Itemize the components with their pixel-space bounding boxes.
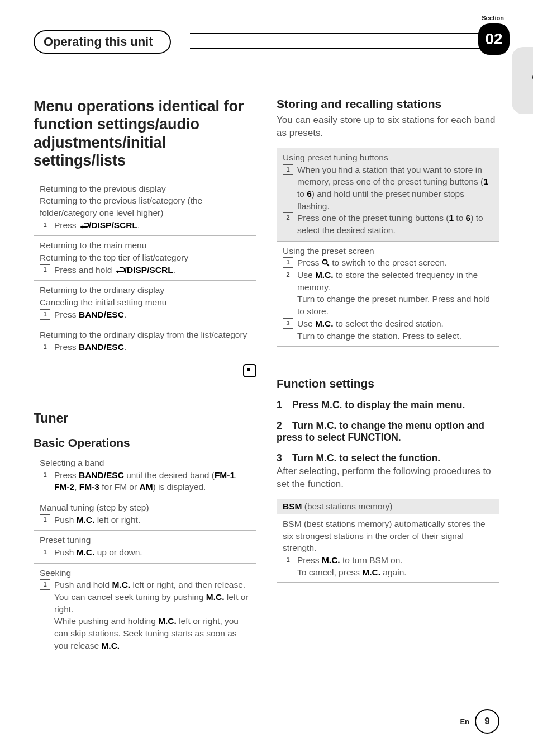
bo-seg-preset: Preset tuning 1 Push M.C. up or down.	[34, 530, 256, 563]
step-number: 1	[40, 514, 50, 525]
bsm-body: BSM (best stations memory) automatically…	[277, 514, 499, 582]
return-icon	[115, 265, 125, 273]
key: /DISP/SCRL	[125, 265, 173, 275]
step-number: 2	[283, 212, 293, 223]
after-select-text: After selecting, perform the following p…	[277, 465, 499, 491]
text: Returning to the ordinary display from t…	[40, 329, 250, 341]
key: FM-2	[54, 482, 74, 492]
text: again.	[380, 568, 407, 577]
key: 1	[449, 213, 454, 223]
section-label: Section	[482, 15, 504, 21]
step-number: 1	[40, 470, 50, 480]
key: 6	[466, 213, 471, 223]
text: to switch to the preset screen.	[332, 258, 447, 267]
key: 6	[307, 189, 312, 199]
text: .	[124, 342, 126, 352]
menu-ops-heading: Menu operations identical for function s…	[34, 97, 256, 170]
text: Returning to the top tier of list/catego…	[40, 252, 250, 264]
key: M.C.	[362, 568, 380, 577]
text: Press	[297, 555, 322, 565]
text: Using preset tuning buttons	[283, 152, 493, 164]
text: Press one of the preset tuning buttons (	[297, 213, 449, 223]
menu-seg-2: Returning to the main menu Returning to …	[34, 235, 256, 280]
bsm-subtitle: (best stations memory)	[302, 502, 392, 511]
key: BAND/ESC	[79, 310, 124, 319]
key: M.C.	[315, 270, 334, 280]
text: Manual tuning (step by step)	[40, 502, 250, 514]
text: .	[173, 265, 175, 275]
text: ) and hold until the preset number stops…	[297, 189, 464, 211]
step-text: Press M.C. to display the main menu.	[292, 399, 465, 410]
text: to	[454, 213, 466, 223]
storing-heading: Storing and recalling stations	[277, 97, 499, 111]
key: M.C.	[206, 592, 225, 602]
text: to	[297, 189, 307, 199]
tuner-heading: Tuner	[34, 411, 256, 426]
step: 2 Use M.C. to store the selected frequen…	[283, 269, 493, 293]
text: Press	[54, 470, 79, 480]
text: ,	[235, 470, 237, 480]
text: Returning to the previous list/category …	[40, 195, 250, 219]
note: While pushing and holding M.C. left or r…	[40, 615, 250, 651]
bsm-panel: BSM (best stations memory) BSM (best sta…	[277, 499, 499, 582]
search-icon	[322, 258, 330, 266]
key: BAND/ESC	[79, 470, 124, 480]
header-title-pill: Operating this unit	[34, 30, 171, 54]
step-number: 3	[283, 318, 293, 329]
right-column: Storing and recalling stations You can e…	[277, 97, 499, 660]
footer-lang: En	[460, 717, 469, 726]
text: for FM or	[99, 482, 139, 492]
key: 1	[483, 177, 488, 186]
text: Turn to change the preset number. Press …	[297, 294, 490, 316]
step-num: 1	[277, 399, 292, 411]
step-number: 1	[40, 220, 50, 230]
text: to turn BSM on.	[340, 555, 403, 565]
page-footer: En 9	[460, 709, 499, 734]
step-number: 1	[283, 164, 293, 175]
step: 1 Press to switch to the preset screen.	[283, 257, 493, 269]
return-icon	[79, 220, 89, 228]
chapter-badge: 02	[478, 23, 510, 55]
step-3: 3Turn M.C. to select the function.	[277, 452, 499, 464]
text: ,	[74, 482, 79, 492]
text: Returning to the main menu	[40, 239, 250, 252]
step-1: 1Press M.C. to display the main menu.	[277, 399, 499, 411]
step-number: 2	[283, 270, 293, 280]
menu-ops-panel: Returning to the previous display Return…	[34, 179, 256, 358]
step: 1 Press and hold /DISP/SCRL.	[40, 264, 250, 276]
text: Press and hold	[54, 265, 115, 275]
preset-seg-buttons: Using preset tuning buttons 1 When you f…	[277, 148, 499, 241]
key: FM-1	[215, 470, 235, 480]
text: You can cancel seek tuning by pushing	[54, 592, 206, 602]
key: M.C.	[158, 616, 177, 626]
key: M.C.	[315, 319, 334, 328]
menu-seg-3: Returning to the ordinary display Cancel…	[34, 280, 256, 325]
text: Press	[54, 310, 79, 319]
section-end-icon	[243, 364, 256, 377]
page-number: 9	[475, 709, 499, 734]
text: Preset tuning	[40, 534, 250, 546]
text: Use	[297, 270, 315, 280]
text: .	[124, 310, 126, 319]
key: M.C.	[101, 641, 120, 650]
step: 1 Press M.C. to turn BSM on.	[283, 554, 493, 566]
text: Push	[54, 515, 77, 525]
note: Turn to change the station. Press to sel…	[283, 330, 493, 342]
key: BAND/ESC	[79, 342, 124, 352]
step: 1 Press /DISP/SCRL.	[40, 219, 250, 231]
step-number: 1	[40, 264, 50, 275]
text: Returning to the ordinary display	[40, 284, 250, 296]
text: Press	[54, 342, 79, 352]
step: 3 Use M.C. to select the desired station…	[283, 318, 493, 330]
page-header: Section Operating this unit 02	[34, 25, 499, 58]
bsm-head: BSM (best stations memory)	[277, 499, 499, 514]
header-title: Operating this unit	[44, 35, 153, 49]
text: left or right.	[94, 515, 140, 525]
text: Push and hold	[54, 580, 112, 589]
step-num: 3	[277, 452, 292, 464]
step: 1 Press BAND/ESC.	[40, 341, 250, 353]
step: 1 When you find a station that you want …	[283, 164, 493, 212]
step: 1 Push M.C. up or down.	[40, 546, 250, 559]
function-settings-heading: Function settings	[277, 377, 499, 390]
menu-seg-4: Returning to the ordinary display from t…	[34, 325, 256, 357]
